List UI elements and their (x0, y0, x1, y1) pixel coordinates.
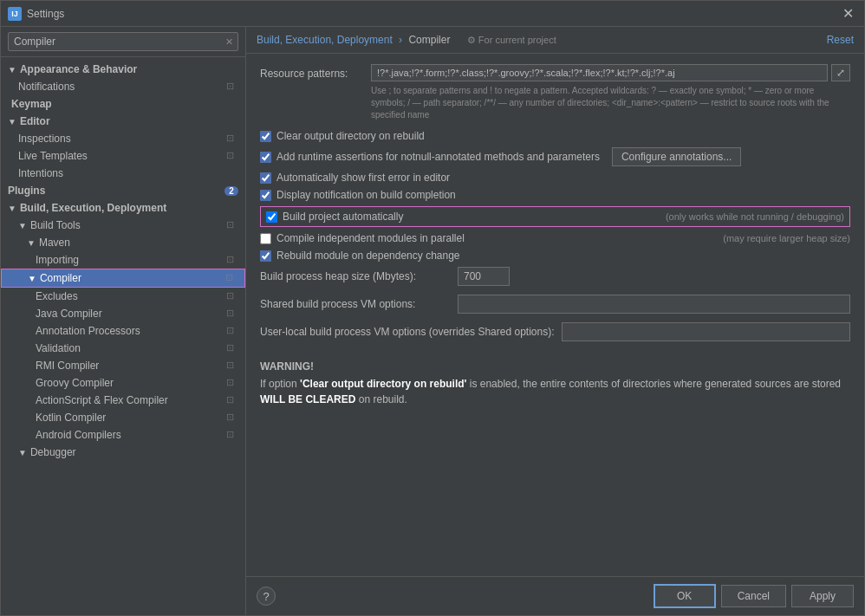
heap-label: Build process heap size (Mbytes): (260, 270, 451, 282)
sidebar-item-java-compiler[interactable]: Java Compiler ⊡ (1, 305, 245, 322)
rebuild-on-dep-row: Rebuild module on dependency change (260, 250, 850, 262)
compile-parallel-row: Compile independent modules in parallel … (260, 232, 850, 244)
window-title: Settings (27, 8, 839, 20)
settings-icon: ⊡ (226, 394, 238, 406)
compile-parallel-label[interactable]: Compile independent modules in parallel (276, 232, 465, 244)
for-current-project: ⚙ For current project (467, 35, 556, 45)
resource-patterns-input[interactable] (371, 64, 828, 81)
search-input[interactable] (8, 32, 238, 51)
clear-output-checkbox[interactable] (260, 131, 271, 142)
apply-button[interactable]: Apply (791, 585, 854, 607)
clear-output-label[interactable]: Clear output directory on rebuild (276, 130, 425, 142)
sidebar-item-editor[interactable]: ▼ Editor (1, 113, 245, 130)
ok-button[interactable]: OK (654, 584, 716, 608)
sidebar-item-actionscript-flex[interactable]: ActionScript & Flex Compiler ⊡ (1, 392, 245, 409)
sidebar-item-build-tools[interactable]: ▼ Build Tools ⊡ (1, 217, 245, 234)
add-runtime-label[interactable]: Add runtime assertions for notnull-annot… (276, 151, 600, 163)
panel-content: Resource patterns: ⤢ Use ; to separate p… (246, 54, 864, 576)
sidebar-item-excludes[interactable]: Excludes ⊡ (1, 288, 245, 305)
warning-title: WARNING! (260, 360, 850, 373)
sidebar-list: ▼ Appearance & Behavior Notifications ⊡ … (1, 57, 245, 615)
resource-hint: Use ; to separate patterns and ! to nega… (371, 85, 850, 121)
settings-icon: ⊡ (226, 308, 238, 320)
sidebar-item-notifications[interactable]: Notifications ⊡ (1, 78, 245, 95)
reset-button[interactable]: Reset (827, 34, 854, 46)
settings-icon: ⊡ (226, 133, 238, 145)
title-bar: IJ Settings ✕ (1, 1, 864, 27)
settings-icon: ⊡ (226, 150, 238, 162)
sidebar-item-intentions[interactable]: Intentions (1, 165, 245, 182)
sidebar-item-validation[interactable]: Validation ⊡ (1, 340, 245, 357)
sidebar-item-keymap[interactable]: Keymap (1, 95, 245, 113)
close-button[interactable]: ✕ (839, 5, 857, 22)
add-runtime-row: Add runtime assertions for notnull-annot… (260, 147, 850, 166)
sidebar: ✕ ▼ Appearance & Behavior Notifications … (1, 27, 246, 615)
sidebar-item-annotation-processors[interactable]: Annotation Processors ⊡ (1, 322, 245, 340)
sidebar-item-build-exec-deploy[interactable]: ▼ Build, Execution, Deployment (1, 199, 245, 217)
sidebar-item-plugins[interactable]: Plugins 2 (1, 182, 245, 199)
clear-output-row: Clear output directory on rebuild (260, 130, 850, 142)
arrow-icon: ▼ (18, 221, 27, 230)
settings-icon: ⊡ (226, 360, 238, 372)
sidebar-item-android-compilers[interactable]: Android Compilers ⊡ (1, 426, 245, 444)
settings-icon: ⊡ (226, 219, 238, 231)
help-button[interactable]: ? (257, 587, 276, 606)
app-icon: IJ (8, 7, 22, 21)
build-auto-row: Build project automatically (only works … (260, 206, 850, 227)
cancel-button[interactable]: Cancel (721, 585, 786, 607)
display-notification-checkbox[interactable] (260, 190, 271, 201)
rebuild-on-dep-checkbox[interactable] (260, 250, 271, 262)
settings-icon: ⊡ (226, 290, 238, 302)
clear-search-icon[interactable]: ✕ (225, 36, 233, 48)
plugins-badge: 2 (224, 186, 238, 196)
configure-annotations-button[interactable]: Configure annotations... (612, 147, 741, 166)
user-vm-input[interactable] (562, 322, 851, 341)
resource-patterns-row: Resource patterns: ⤢ Use ; to separate p… (260, 64, 850, 121)
sidebar-item-live-templates[interactable]: Live Templates ⊡ (1, 147, 245, 165)
settings-icon: ⊡ (226, 377, 238, 389)
arrow-icon: ▼ (28, 274, 36, 283)
sidebar-item-debugger[interactable]: ▼ Debugger (1, 444, 245, 461)
settings-window: IJ Settings ✕ ✕ ▼ Appearance & Behavior (0, 0, 865, 616)
sidebar-item-compiler[interactable]: ▼ Compiler ⊡ (1, 269, 245, 288)
sidebar-item-groovy-compiler[interactable]: Groovy Compiler ⊡ (1, 374, 245, 392)
sidebar-item-kotlin-compiler[interactable]: Kotlin Compiler ⊡ (1, 409, 245, 426)
right-panel: Build, Execution, Deployment › Compiler … (246, 27, 864, 615)
settings-icon: ⊡ (226, 81, 238, 93)
add-runtime-checkbox[interactable] (260, 152, 271, 163)
show-first-error-label[interactable]: Automatically show first error in editor (276, 172, 450, 184)
show-first-error-checkbox[interactable] (260, 172, 271, 184)
main-content: ✕ ▼ Appearance & Behavior Notifications … (1, 27, 864, 615)
sidebar-item-inspections[interactable]: Inspections ⊡ (1, 130, 245, 147)
build-auto-label[interactable]: Build project automatically (283, 211, 403, 223)
sidebar-item-rmi-compiler[interactable]: RMI Compiler ⊡ (1, 357, 245, 374)
panel-header: Build, Execution, Deployment › Compiler … (246, 27, 864, 54)
heap-row: Build process heap size (Mbytes): (260, 267, 850, 286)
rebuild-on-dep-label[interactable]: Rebuild module on dependency change (276, 250, 460, 262)
compile-parallel-checkbox[interactable] (260, 233, 271, 244)
sidebar-item-appearance[interactable]: ▼ Appearance & Behavior (1, 61, 245, 78)
sidebar-item-importing[interactable]: Importing ⊡ (1, 251, 245, 269)
search-box: ✕ (1, 27, 245, 57)
user-vm-label: User-local build process VM options (ove… (260, 326, 555, 338)
display-notification-label[interactable]: Display notification on build completion (276, 189, 456, 201)
warning-box: WARNING! If option 'Clear output directo… (260, 352, 850, 416)
settings-icon: ⊡ (226, 254, 238, 266)
arrow-icon: ▼ (27, 238, 36, 248)
arrow-icon: ▼ (8, 117, 16, 126)
arrow-icon: ▼ (18, 448, 27, 457)
shared-vm-row: Shared build process VM options: (260, 295, 850, 314)
compile-parallel-note: (may require larger heap size) (706, 233, 850, 243)
breadcrumb: Build, Execution, Deployment › Compiler … (257, 34, 556, 46)
heap-input[interactable] (458, 267, 510, 286)
settings-icon: ⊡ (225, 272, 237, 284)
build-auto-checkbox[interactable] (266, 211, 277, 223)
sidebar-item-maven[interactable]: ▼ Maven (1, 234, 245, 251)
arrow-icon: ▼ (8, 204, 16, 213)
search-wrap: ✕ (8, 32, 238, 51)
shared-vm-input[interactable] (458, 295, 850, 314)
shared-vm-label: Shared build process VM options: (260, 298, 451, 310)
resource-expand-button[interactable]: ⤢ (831, 64, 850, 81)
warning-text: If option 'Clear output directory on reb… (260, 376, 850, 407)
build-auto-note: (only works while not running / debuggin… (648, 211, 844, 222)
